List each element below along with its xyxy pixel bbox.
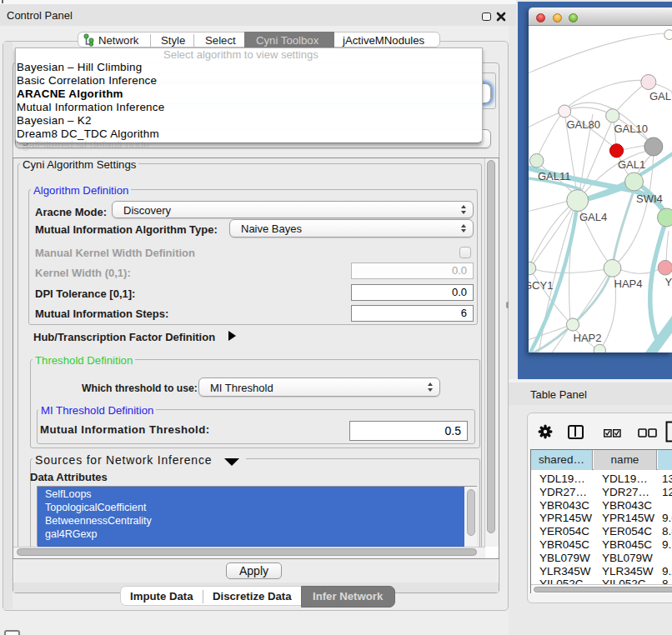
svg-text:GAL80: GAL80 [567,118,600,131]
svg-text:YJR048W: YJR048W [665,276,672,288]
svg-text:GAL1: GAL1 [618,158,645,171]
svg-text:GAL4: GAL4 [579,211,607,223]
svg-text:GAL11: GAL11 [538,170,571,182]
svg-text:GAL10: GAL10 [614,122,648,135]
svg-text:HAP2: HAP2 [574,332,602,344]
svg-text:HAP4: HAP4 [614,278,643,290]
svg-text:GAL7: GAL7 [649,90,672,102]
svg-text:GCY1: GCY1 [529,279,553,292]
svg-text:SWI4: SWI4 [636,192,663,205]
